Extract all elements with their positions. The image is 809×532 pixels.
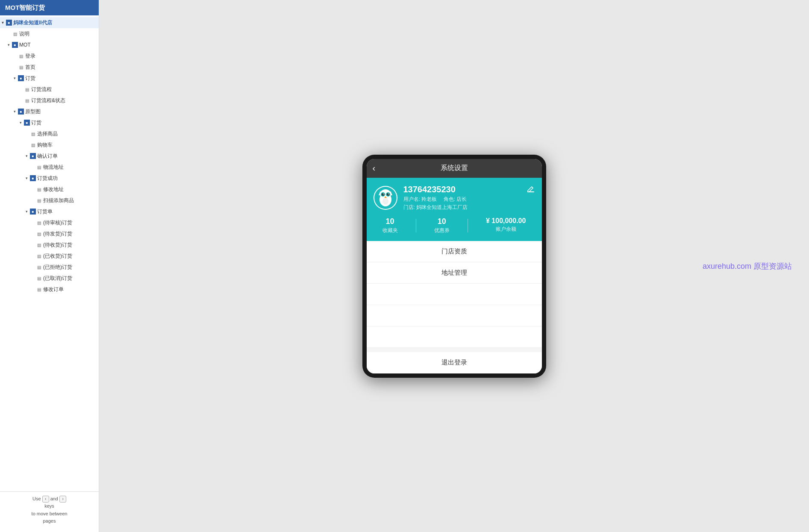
menu-item-empty-1[interactable] [367, 284, 542, 305]
page-icon: ▤ [30, 131, 36, 137]
app-title: MOT智能订货 [5, 4, 45, 12]
sidebar-item-s20[interactable]: ▤ (待发货)订货 [0, 228, 99, 239]
sidebar-item-s2[interactable]: ▤ 说明 [0, 28, 99, 39]
no-toggle [24, 142, 29, 147]
toggle-icon: ▾ [24, 209, 29, 214]
svg-point-12 [382, 198, 388, 205]
balance-amount: ¥ 100,000.00 [486, 217, 526, 225]
footer-keys-label: keys [44, 503, 54, 508]
stat-divider-2 [468, 219, 468, 232]
no-toggle [30, 187, 35, 192]
sidebar-item-s7[interactable]: ▤ 订货流程 [0, 84, 99, 95]
profile-phone: 13764235230 [403, 185, 527, 194]
item-label: 修改地址 [43, 186, 95, 193]
item-label: (已收货)订货 [43, 253, 95, 260]
footer-pages-label: pages [43, 518, 56, 523]
no-toggle [30, 220, 35, 225]
sidebar-item-s22[interactable]: ▤ (已收货)订货 [0, 250, 99, 262]
page-icon: ▤ [30, 142, 36, 148]
sidebar-item-s19[interactable]: ▤ (待审核)订货 [0, 217, 99, 228]
sidebar-item-s21[interactable]: ▤ (待收货)订货 [0, 239, 99, 250]
sidebar-footer: Use ‹ and › keys to move between pages [0, 491, 99, 532]
item-label: 购物车 [37, 141, 95, 149]
avatar [374, 186, 397, 210]
sidebar-item-s5[interactable]: ▤ 首页 [0, 62, 99, 73]
no-toggle [30, 165, 35, 170]
no-toggle [12, 53, 17, 59]
back-button[interactable]: ‹ [373, 163, 376, 173]
profile-store: 门店: 妈咪全知道上海工厂店 [403, 204, 527, 211]
sidebar-item-s1[interactable]: ▾ ■ 妈咪全知道II代店 [0, 17, 99, 28]
menu-item-empty-2[interactable] [367, 305, 542, 326]
sidebar-item-s12[interactable]: ▤ 购物车 [0, 139, 99, 150]
profile-top: 13764235230 用户名: 羚老板 角色: 店长 门店: 妈咪全知道上海工… [374, 185, 535, 211]
menu-item-empty-3[interactable] [367, 326, 542, 348]
toggle-icon: ▾ [18, 120, 23, 125]
sidebar-item-s14[interactable]: ▤ 物流地址 [0, 162, 99, 173]
item-label: 扫描添加商品 [43, 197, 95, 204]
sidebar-item-s4[interactable]: ▤ 登录 [0, 50, 99, 62]
favorites-count: 10 [382, 217, 398, 226]
item-label: 订货成功 [37, 175, 95, 182]
stat-favorites: 10 收藏夹 [382, 217, 398, 234]
svg-rect-13 [527, 191, 534, 192]
page-icon: ▤ [24, 97, 30, 103]
page-icon: ▤ [36, 220, 42, 226]
item-label: (待收货)订货 [43, 241, 95, 249]
sidebar-item-s6[interactable]: ▾ ■ 订货 [0, 73, 99, 84]
sidebar-item-s9[interactable]: ▾ ■ 原型图 [0, 106, 99, 117]
edit-button[interactable] [527, 185, 535, 195]
page-icon: ▤ [36, 286, 42, 292]
menu-item-logout[interactable]: 退出登录 [367, 352, 542, 373]
item-label: 订货流程 [31, 86, 95, 93]
stat-coupons: 10 优惠券 [434, 217, 450, 234]
coupons-count: 10 [434, 217, 450, 226]
item-label: 选择商品 [37, 130, 95, 138]
no-toggle [30, 287, 35, 292]
item-label: (已取消)订货 [43, 275, 95, 282]
sidebar-item-s13[interactable]: ▾ ■ 确认订单 [0, 150, 99, 162]
stat-divider-1 [416, 219, 416, 232]
item-label: 订货单 [37, 208, 95, 215]
folder-icon: ■ [12, 42, 18, 48]
toggle-icon: ▾ [12, 76, 17, 81]
sidebar-tree[interactable]: ▾ ■ 妈咪全知道II代店 ▤ 说明 ▾ ■ MOT ▤ 登录 ▤ 首页 ▾ ■ [0, 15, 99, 491]
toggle-icon: ▾ [0, 20, 5, 25]
favorites-label: 收藏夹 [382, 227, 398, 234]
page-icon: ▤ [36, 275, 42, 281]
folder-icon: ■ [6, 20, 12, 26]
balance-label: 账户余额 [486, 226, 526, 233]
sidebar-item-s25[interactable]: ▤ 修改订单 [0, 284, 99, 295]
folder-icon: ■ [18, 109, 24, 115]
sidebar-item-s16[interactable]: ▤ 修改地址 [0, 184, 99, 195]
sidebar-item-s23[interactable]: ▤ (已拒绝)订货 [0, 262, 99, 273]
toggle-icon: ▾ [24, 176, 29, 181]
profile-username: 羚老板 [421, 196, 437, 202]
sidebar-item-s15[interactable]: ▾ ■ 订货成功 [0, 173, 99, 184]
footer-move-label: to move between [32, 511, 68, 516]
no-toggle [30, 253, 35, 259]
sidebar-item-s11[interactable]: ▤ 选择商品 [0, 128, 99, 139]
sidebar-item-s17[interactable]: ▤ 扫描添加商品 [0, 195, 99, 206]
page-icon: ▤ [18, 53, 24, 59]
sidebar-item-s10[interactable]: ▾ ■ 订货 [0, 117, 99, 128]
menu-item-address[interactable]: 地址管理 [367, 262, 542, 284]
menu-item-store-qual[interactable]: 门店资质 [367, 241, 542, 262]
no-toggle [6, 31, 11, 36]
sidebar-item-s8[interactable]: ▤ 订货流程&状态 [0, 95, 99, 106]
folder-icon: ■ [30, 209, 36, 215]
item-label: 首页 [25, 64, 95, 71]
watermark: axurehub.com 原型资源站 [703, 261, 792, 271]
profile-meta: 用户名: 羚老板 角色: 店长 [403, 196, 527, 203]
svg-point-10 [388, 194, 389, 194]
item-label: (待审核)订货 [43, 219, 95, 226]
sidebar-item-s18[interactable]: ▾ ■ 订货单 [0, 206, 99, 217]
app-header: ‹ 系统设置 [367, 159, 542, 178]
main-content: axurehub.com 原型资源站 ‹ 系统设置 [99, 0, 809, 532]
no-toggle [30, 231, 35, 236]
no-toggle [12, 65, 17, 70]
svg-point-7 [382, 193, 384, 196]
page-icon: ▤ [18, 64, 24, 70]
sidebar-item-s3[interactable]: ▾ ■ MOT [0, 39, 99, 50]
sidebar-item-s24[interactable]: ▤ (已取消)订货 [0, 273, 99, 284]
